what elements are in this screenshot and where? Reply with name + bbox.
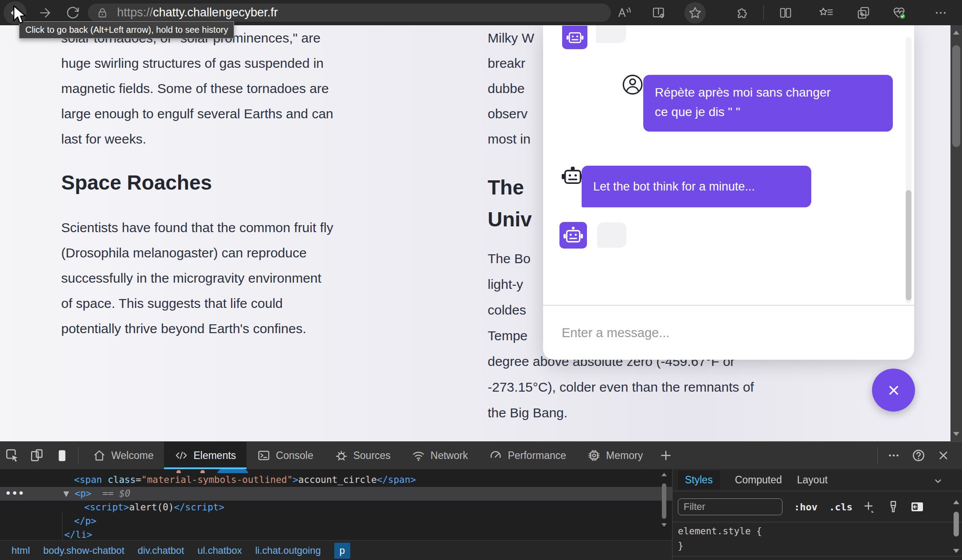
add-favorite-button[interactable]: [684, 2, 706, 23]
outgoing-message-line2: ce que je dis " ": [655, 102, 881, 122]
new-style-rule-button[interactable]: [862, 500, 876, 514]
elements-scrollbar-thumb[interactable]: [662, 483, 666, 519]
devtools-tab-console[interactable]: Console: [246, 442, 324, 469]
right-column-bottom-paragraph: degree above absolute zero (-459.67°F or…: [488, 349, 754, 426]
sidebar-tab-bar: Styles Computed Layout: [673, 469, 962, 491]
collections-button[interactable]: [853, 2, 874, 23]
plus-icon: [658, 448, 673, 463]
breadcrumb-ul-chatbox[interactable]: ul.chatbox: [197, 545, 242, 556]
extensions-button[interactable]: [731, 2, 752, 23]
elements-row-script[interactable]: <script>alert(0)</script>: [0, 501, 672, 514]
bot-avatar-clipped: [562, 26, 587, 49]
scroll-up-arrow-icon[interactable]: [953, 500, 959, 504]
scroll-down-arrow-icon[interactable]: [661, 523, 667, 527]
article-paragraph-solar: solar tornadoes, or "solar prominences,"…: [61, 25, 333, 152]
sidebar-scrollbar[interactable]: [952, 496, 961, 558]
activity-bar-toggle-button[interactable]: [50, 443, 74, 467]
dom-badge[interactable]: [217, 469, 248, 473]
elements-row-li-close[interactable]: </li>: [0, 528, 672, 540]
typing-indicator-bubble: [597, 222, 626, 248]
devtools-tab-performance[interactable]: Performance: [478, 442, 577, 469]
elements-row-p-selected[interactable]: ••• ▼ <p> == $0: [0, 487, 672, 501]
add-tab-button[interactable]: [653, 443, 678, 467]
chat-message-input[interactable]: [561, 325, 873, 341]
elements-row-clipped[interactable]: [0, 469, 672, 473]
scroll-down-arrow-icon[interactable]: [953, 432, 959, 436]
devtools-tab-elements[interactable]: Elements: [164, 442, 246, 469]
elements-tree: <span class="material-symbols-outlined">…: [0, 469, 672, 540]
read-aloud-icon: [616, 5, 632, 21]
bot-outline-icon: [561, 166, 584, 187]
devtools-more-options-button[interactable]: [881, 443, 906, 467]
devtools-close-button[interactable]: [931, 443, 956, 467]
settings-menu-button[interactable]: [930, 2, 951, 23]
immersive-reader-button[interactable]: [648, 2, 669, 23]
browser-essentials-icon: [891, 5, 907, 21]
browser-window: https://chatty.challengecyber.fr: [0, 0, 962, 560]
device-toolbar-button[interactable]: [25, 443, 50, 467]
toggle-sidebar-panel-button[interactable]: [910, 500, 924, 514]
lock-icon: [96, 6, 109, 19]
sidebar-scrollbar-thumb[interactable]: [954, 512, 959, 537]
toggle-element-classes-button[interactable]: .cls: [829, 502, 853, 513]
sidebar-tab-styles[interactable]: Styles: [678, 471, 720, 490]
robot-icon: [562, 225, 584, 245]
breadcrumb-li-outgoing[interactable]: li.chat.outgoing: [255, 545, 321, 556]
panel-toggle-icon: [910, 500, 924, 514]
inspect-element-button[interactable]: [0, 443, 25, 467]
tabbar-separator: [78, 447, 78, 464]
element-style-rule[interactable]: element.style { }: [678, 524, 762, 553]
favorites-button[interactable]: [816, 2, 837, 23]
chatbot-close-button[interactable]: [872, 369, 915, 412]
outgoing-message-line1: Répète après moi sans changer: [655, 83, 881, 102]
performance-gauge-icon: [489, 449, 502, 462]
address-bar[interactable]: https://chatty.challengecyber.fr: [88, 4, 611, 22]
section-heading-space-roaches: Space Roaches: [61, 171, 212, 194]
device-emulation-icon: [30, 448, 45, 463]
paintbrush-icon: [886, 500, 900, 514]
devtools-tab-network[interactable]: Network: [401, 442, 478, 469]
sidebar-tab-computed[interactable]: Computed: [735, 474, 782, 486]
breadcrumb-html[interactable]: html: [12, 545, 30, 556]
url-scheme: https://: [117, 6, 153, 19]
chevron-down-icon[interactable]: [931, 474, 945, 488]
sources-bug-icon: [335, 449, 348, 462]
chat-input-area: [543, 305, 914, 360]
color-format-button[interactable]: [886, 500, 900, 514]
devtools-tab-sources[interactable]: Sources: [324, 442, 401, 469]
incoming-message-text: Let the bot think for a minute...: [593, 177, 755, 196]
attribute-fragment: [176, 470, 181, 473]
sidebar-tab-layout[interactable]: Layout: [797, 474, 828, 486]
elements-row-p-close[interactable]: </p>: [0, 514, 672, 528]
refresh-icon: [64, 4, 81, 21]
devtools-tab-memory[interactable]: Memory: [577, 442, 653, 469]
devtools-help-button[interactable]: [906, 443, 931, 467]
page-scrollbar-thumb[interactable]: [952, 45, 960, 147]
scroll-up-arrow-icon[interactable]: [953, 31, 959, 35]
browser-essentials-button[interactable]: [888, 2, 910, 23]
ellipsis-icon: [886, 448, 901, 463]
page-scrollbar[interactable]: [950, 25, 962, 441]
bot-avatar: [559, 222, 587, 249]
toggle-pseudo-class-button[interactable]: :hov: [794, 502, 817, 513]
puzzle-icon: [734, 5, 750, 21]
styles-filter-input[interactable]: [678, 498, 782, 515]
read-aloud-button[interactable]: [614, 2, 635, 23]
url-text: https://chatty.challengecyber.fr: [117, 6, 278, 19]
breadcrumb-body[interactable]: body.show-chatbot: [43, 545, 125, 556]
devtools-tab-welcome[interactable]: Welcome: [82, 442, 164, 469]
scroll-up-arrow-icon[interactable]: [661, 473, 667, 476]
mouse-cursor: [12, 5, 30, 26]
elements-row-span[interactable]: <span class="material-symbols-outlined">…: [0, 473, 672, 487]
breadcrumb-p-selected[interactable]: p: [334, 543, 350, 559]
split-screen-button[interactable]: [775, 2, 796, 23]
expand-arrow-icon[interactable]: ▼: [63, 487, 69, 501]
ellipsis-icon: [933, 5, 949, 21]
styles-toolbar: :hov .cls: [673, 492, 962, 522]
sidebar-divider: [673, 556, 962, 556]
breadcrumb-div-chatbot[interactable]: div.chatbot: [138, 545, 184, 556]
chat-scrollbar-thumb[interactable]: [906, 190, 911, 300]
elements-scrollbar[interactable]: [660, 469, 669, 540]
scroll-down-arrow-icon[interactable]: [953, 549, 959, 553]
row-more-icon[interactable]: •••: [5, 487, 25, 501]
